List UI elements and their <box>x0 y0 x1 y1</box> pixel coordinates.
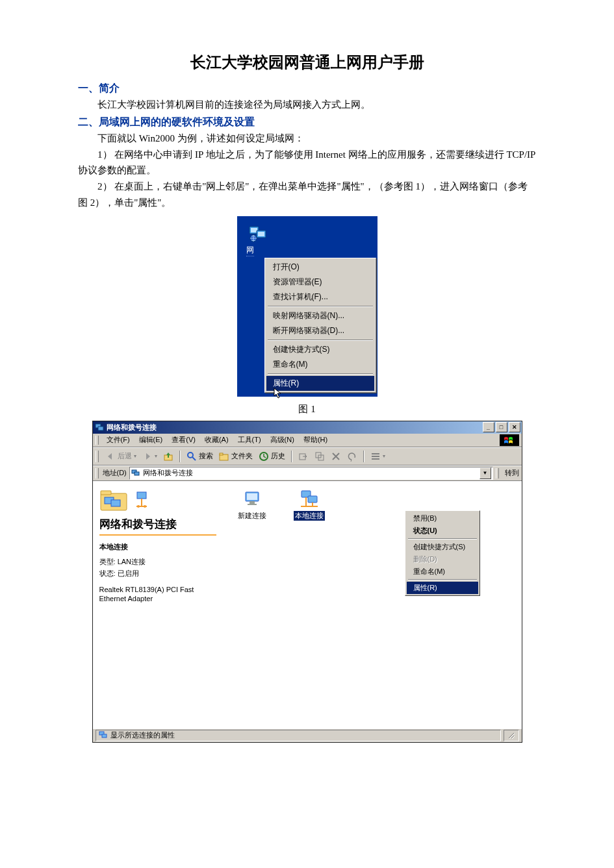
figure-2-container: 网络和拨号连接 _ □ ✕ 文件(F) 编辑(E) 查看(V) 收藏(A) 工具… <box>78 421 536 743</box>
undo-button[interactable] <box>345 450 359 463</box>
section-2-heading: 二、局域网上网的的硬软件环境及设置 <box>78 116 536 129</box>
address-input[interactable]: 网络和拨号连接 ▼ <box>129 467 493 480</box>
menu-file[interactable]: 文件(F) <box>103 434 134 446</box>
menu-tools[interactable]: 工具(T) <box>234 434 265 446</box>
toolbar: 后退 ▾ ▾ 搜索 文件夹 历史 <box>93 447 522 465</box>
address-dropdown-button[interactable]: ▼ <box>480 467 491 479</box>
menu-item-disconnect-drive[interactable]: 断开网络驱动器(D)... <box>266 323 374 338</box>
history-button[interactable]: 历史 <box>257 450 287 463</box>
status-icon <box>99 730 108 741</box>
maximize-button[interactable]: □ <box>496 422 507 432</box>
forward-button[interactable]: ▾ <box>140 450 159 463</box>
copy-to-button[interactable] <box>313 450 327 463</box>
ctx-disable[interactable]: 禁用(B) <box>407 512 478 525</box>
ctx-rename[interactable]: 重命名(M) <box>407 565 478 578</box>
go-button[interactable]: 转到 <box>503 468 519 478</box>
svg-rect-16 <box>372 453 379 454</box>
copy-to-icon <box>314 451 325 462</box>
menu-item-create-shortcut[interactable]: 创建快捷方式(S) <box>266 342 374 357</box>
back-button[interactable]: 后退 ▾ <box>103 450 138 463</box>
windows-logo-icon <box>500 434 519 446</box>
figure-1-desktop: 网 打开(O) 资源管理器(E) 查找计算机(F)... 映射网络驱动器(N).… <box>237 216 377 397</box>
new-connection-item[interactable]: 新建连接 <box>229 488 275 521</box>
folder-title: 网络和拨号连接 <box>99 517 216 536</box>
views-icon <box>370 451 381 462</box>
menu-item-explorer[interactable]: 资源管理器(E) <box>266 275 374 290</box>
move-to-button[interactable] <box>296 450 311 463</box>
folder-small-icon <box>134 490 149 510</box>
context-menu-2: 禁用(B) 状态(U) 创建快捷方式(S) 删除(D) 重命名(M) 属性(R) <box>405 510 480 596</box>
doc-title: 长江大学校园网普通上网用户手册 <box>78 52 536 73</box>
explorer-window: 网络和拨号连接 _ □ ✕ 文件(F) 编辑(E) 查看(V) 收藏(A) 工具… <box>92 421 522 743</box>
window-titlebar[interactable]: 网络和拨号连接 _ □ ✕ <box>93 421 522 434</box>
status-text-cell: 显示所选连接的属性 <box>96 730 501 741</box>
up-button[interactable] <box>161 450 175 463</box>
minimize-button[interactable]: _ <box>483 422 494 432</box>
views-button[interactable]: ▾ <box>368 450 387 463</box>
menu-separator <box>408 538 477 539</box>
adapter-name: Realtek RTL8139(A) PCI Fast Ethernet Ada… <box>99 585 216 604</box>
folder-hero <box>99 487 216 513</box>
menu-advanced[interactable]: 高级(N) <box>266 434 298 446</box>
content-area: 网络和拨号连接 本地连接 类型: LAN连接 状态: 已启用 Realtek R… <box>93 481 522 728</box>
left-info-panel: 网络和拨号连接 本地连接 类型: LAN连接 状态: 已启用 Realtek R… <box>93 482 223 728</box>
menu-edit[interactable]: 编辑(E) <box>135 434 167 446</box>
menu-item-find-computer[interactable]: 查找计算机(F)... <box>266 290 374 304</box>
menu-item-rename[interactable]: 重命名(M) <box>266 357 374 372</box>
menu-bar: 文件(F) 编辑(E) 查看(V) 收藏(A) 工具(T) 高级(N) 帮助(H… <box>93 434 522 447</box>
svg-rect-35 <box>308 496 317 502</box>
svg-rect-3 <box>258 232 264 236</box>
menu-separator <box>268 340 373 341</box>
menu-item-open[interactable]: 打开(O) <box>266 260 374 275</box>
folders-icon <box>219 451 229 462</box>
local-connection-icon <box>299 488 320 509</box>
menu-help[interactable]: 帮助(H) <box>300 434 331 446</box>
section-2-paragraph-3: 2） 在桌面上，右键单击"网上邻居"，在弹出菜单中选择"属性"，（参考图 1），… <box>78 179 536 211</box>
menu-separator <box>268 306 373 307</box>
svg-rect-32 <box>249 501 255 504</box>
delete-icon <box>331 451 341 462</box>
search-icon <box>186 451 197 462</box>
toolbar-handle[interactable] <box>96 468 99 478</box>
toolbar-handle[interactable] <box>96 451 99 462</box>
icon-view[interactable]: 新建连接 本地连接 禁用(B) 状态(U) 创建快捷方式 <box>223 482 522 728</box>
menu-item-map-drive[interactable]: 映射网络驱动器(N)... <box>266 308 374 323</box>
local-connection-label: 本地连接 <box>294 511 325 521</box>
folders-button[interactable]: 文件夹 <box>217 450 255 463</box>
figure-1-caption: 图 1 <box>78 403 536 415</box>
folder-up-icon <box>163 451 173 462</box>
delete-button[interactable] <box>329 450 343 463</box>
svg-line-9 <box>192 457 196 460</box>
menu-view[interactable]: 查看(V) <box>168 434 199 446</box>
search-button[interactable]: 搜索 <box>185 450 215 463</box>
menu-favorites[interactable]: 收藏(A) <box>201 434 233 446</box>
ctx-status[interactable]: 状态(U) <box>407 525 478 537</box>
toolbar-separator <box>179 451 181 462</box>
close-button[interactable]: ✕ <box>509 422 520 432</box>
svg-point-8 <box>188 453 193 458</box>
svg-rect-33 <box>248 504 257 505</box>
svg-rect-17 <box>372 456 379 457</box>
svg-rect-18 <box>372 458 379 460</box>
network-neighborhood-icon[interactable] <box>248 223 268 243</box>
status-bar: 显示所选连接的属性 <box>93 728 522 742</box>
ctx-properties[interactable]: 属性(R) <box>407 582 478 594</box>
back-icon <box>105 451 116 462</box>
resize-grip[interactable] <box>504 730 519 741</box>
address-bar: 地址(D) 网络和拨号连接 ▼ 转到 <box>93 465 522 481</box>
toolbar-handle[interactable] <box>96 436 99 445</box>
window-title: 网络和拨号连接 <box>107 423 481 432</box>
svg-rect-11 <box>220 453 223 455</box>
address-label: 地址(D) <box>103 468 127 478</box>
selected-item-name: 本地连接 <box>99 542 216 552</box>
toolbar-separator <box>291 451 292 462</box>
toolbar-handle[interactable] <box>496 468 499 478</box>
section-2-paragraph-1: 下面就以 Win2000 为例，讲述如何设定局域网： <box>78 130 536 147</box>
ctx-create-shortcut[interactable]: 创建快捷方式(S) <box>407 541 478 553</box>
context-menu: 打开(O) 资源管理器(E) 查找计算机(F)... 映射网络驱动器(N)...… <box>264 258 376 393</box>
svg-rect-31 <box>247 493 257 500</box>
svg-rect-20 <box>134 472 139 475</box>
address-value: 网络和拨号连接 <box>143 468 193 478</box>
local-connection-item[interactable]: 本地连接 <box>287 488 332 521</box>
svg-rect-40 <box>102 734 107 738</box>
